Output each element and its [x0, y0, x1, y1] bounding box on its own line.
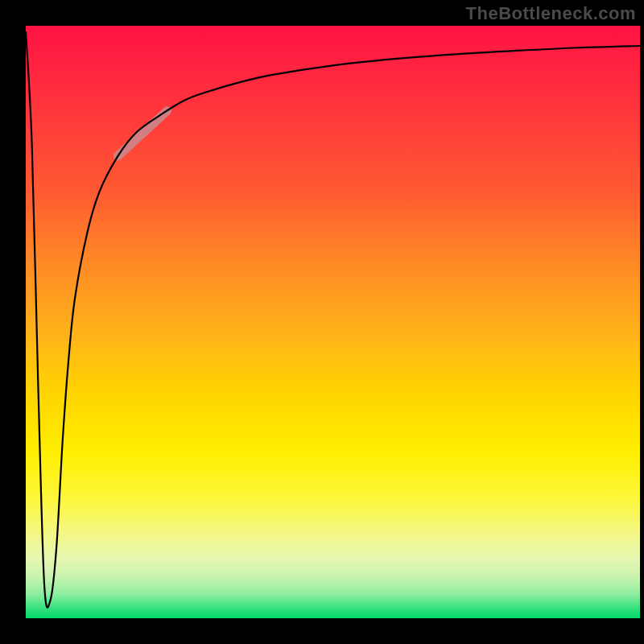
bottleneck-curve [26, 31, 640, 607]
highlight-segment [118, 111, 167, 156]
chart-frame: TheBottleneck.com [0, 0, 644, 644]
curve-layer [26, 26, 640, 618]
watermark-text: TheBottleneck.com [466, 3, 636, 24]
plot-area [26, 26, 640, 618]
